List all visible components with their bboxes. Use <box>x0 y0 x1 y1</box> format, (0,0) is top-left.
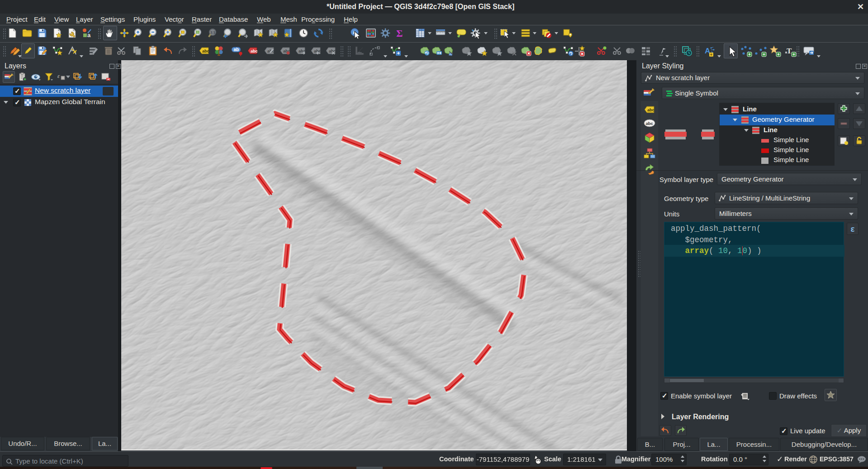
svg-text:Σ: Σ <box>396 28 403 38</box>
svg-text:abc: abc <box>202 49 209 53</box>
svg-text:abc: abc <box>251 49 258 53</box>
svg-text:ε: ε <box>57 72 60 79</box>
svg-text:a: a <box>87 32 91 38</box>
svg-text:abc: abc <box>647 108 655 112</box>
svg-text:ab: ab <box>234 47 239 52</box>
svg-text:T: T <box>787 47 792 55</box>
svg-text:abc: abc <box>329 49 336 53</box>
svg-text:abc: abc <box>646 121 653 126</box>
svg-text:1:1: 1:1 <box>210 30 215 34</box>
